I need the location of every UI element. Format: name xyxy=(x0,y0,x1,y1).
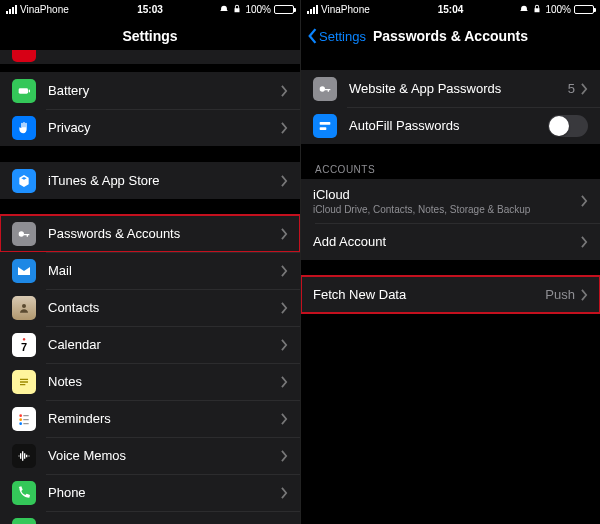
cell-privacy[interactable]: Privacy xyxy=(0,109,300,146)
battery-pct: 100% xyxy=(545,4,571,15)
chevron-right-icon xyxy=(581,195,588,207)
chevron-right-icon xyxy=(281,122,288,134)
label: Website & App Passwords xyxy=(349,81,568,96)
label: Calendar xyxy=(48,337,281,352)
label: Phone xyxy=(48,485,281,500)
lock-icon xyxy=(232,4,242,14)
fetch-value: Push xyxy=(545,287,575,302)
signal-icon xyxy=(6,5,17,14)
calendar-icon: ●7 xyxy=(12,333,36,357)
back-button[interactable]: Settings xyxy=(307,28,366,44)
group-accounts-apps: Passwords & Accounts Mail Contacts ●7 Ca… xyxy=(0,215,300,524)
hand-icon xyxy=(12,116,36,140)
key-icon xyxy=(12,222,36,246)
key-icon xyxy=(313,77,337,101)
status-bar: VinaPhone 15:03 100% xyxy=(0,0,300,18)
sublabel: iCloud Drive, Contacts, Notes, Storage &… xyxy=(313,204,581,215)
signal-icon xyxy=(307,5,318,14)
left-screen: VinaPhone 15:03 100% Settings Battery xyxy=(0,0,300,524)
label: Voice Memos xyxy=(48,448,281,463)
autofill-icon xyxy=(313,114,337,138)
chevron-right-icon xyxy=(281,228,288,240)
svg-rect-0 xyxy=(19,88,28,93)
cell-general-partial[interactable] xyxy=(0,50,300,64)
mail-icon xyxy=(12,259,36,283)
label: Fetch New Data xyxy=(313,287,545,302)
notes-icon xyxy=(12,370,36,394)
label: Add Account xyxy=(313,234,581,249)
count: 5 xyxy=(568,81,575,96)
battery-icon xyxy=(574,5,594,14)
chevron-right-icon xyxy=(281,487,288,499)
label: iCloud xyxy=(313,187,581,202)
cell-battery[interactable]: Battery xyxy=(0,72,300,109)
cell-phone[interactable]: Phone xyxy=(0,474,300,511)
group-fetch: Fetch New Data Push xyxy=(301,276,600,313)
carrier-label: VinaPhone xyxy=(20,4,69,15)
cell-reminders[interactable]: Reminders xyxy=(0,400,300,437)
page-title: Settings xyxy=(122,28,177,44)
svg-rect-1 xyxy=(29,89,30,92)
chevron-right-icon xyxy=(581,236,588,248)
status-time: 15:03 xyxy=(137,4,163,15)
status-bar: VinaPhone 15:04 100% xyxy=(301,0,600,18)
label: Privacy xyxy=(48,120,281,135)
svg-point-5 xyxy=(19,418,22,421)
cell-autofill-passwords[interactable]: AutoFill Passwords xyxy=(301,107,600,144)
nav-bar: Settings Passwords & Accounts xyxy=(301,18,600,54)
group-itunes: iTunes & App Store xyxy=(0,162,300,199)
cell-voice-memos[interactable]: Voice Memos xyxy=(0,437,300,474)
label: iTunes & App Store xyxy=(48,173,281,188)
chevron-right-icon xyxy=(281,85,288,97)
svg-point-4 xyxy=(19,414,22,417)
cell-contacts[interactable]: Contacts xyxy=(0,289,300,326)
svg-point-8 xyxy=(320,86,325,91)
group-accounts: ACCOUNTS iCloud iCloud Drive, Contacts, … xyxy=(301,160,600,260)
cell-fetch-new-data[interactable]: Fetch New Data Push xyxy=(301,276,600,313)
group-passwords: Website & App Passwords 5 AutoFill Passw… xyxy=(301,70,600,144)
messages-icon xyxy=(12,518,36,525)
chevron-right-icon xyxy=(281,413,288,425)
label: Battery xyxy=(48,83,281,98)
nav-bar: Settings xyxy=(0,18,300,54)
svg-point-6 xyxy=(19,422,22,425)
cell-add-account[interactable]: Add Account xyxy=(301,223,600,260)
chevron-right-icon xyxy=(281,265,288,277)
chevron-right-icon xyxy=(581,83,588,95)
chevron-right-icon xyxy=(281,302,288,314)
label: AutoFill Passwords xyxy=(349,118,548,133)
cell-icloud[interactable]: iCloud iCloud Drive, Contacts, Notes, St… xyxy=(301,179,600,223)
group-battery-privacy: Battery Privacy xyxy=(0,72,300,146)
label: Mail xyxy=(48,263,281,278)
accounts-header: ACCOUNTS xyxy=(301,160,600,179)
svg-rect-10 xyxy=(320,127,327,130)
general-icon xyxy=(12,50,36,62)
chevron-right-icon xyxy=(281,450,288,462)
cell-notes[interactable]: Notes xyxy=(0,363,300,400)
chevron-right-icon xyxy=(281,376,288,388)
alarm-icon xyxy=(219,4,229,14)
chevron-right-icon xyxy=(281,339,288,351)
svg-point-2 xyxy=(19,231,24,236)
reminders-icon xyxy=(12,407,36,431)
cell-website-app-passwords[interactable]: Website & App Passwords 5 xyxy=(301,70,600,107)
battery-icon xyxy=(12,79,36,103)
svg-point-3 xyxy=(22,304,26,308)
cell-mail[interactable]: Mail xyxy=(0,252,300,289)
cell-passwords-accounts[interactable]: Passwords & Accounts xyxy=(0,215,300,252)
label: Reminders xyxy=(48,411,281,426)
cell-itunes[interactable]: iTunes & App Store xyxy=(0,162,300,199)
phone-icon xyxy=(12,481,36,505)
chevron-right-icon xyxy=(581,289,588,301)
autofill-switch[interactable] xyxy=(548,115,588,137)
battery-icon xyxy=(274,5,294,14)
back-label: Settings xyxy=(319,29,366,44)
status-time: 15:04 xyxy=(438,4,464,15)
cell-calendar[interactable]: ●7 Calendar xyxy=(0,326,300,363)
lock-icon xyxy=(532,4,542,14)
label: Passwords & Accounts xyxy=(48,226,281,241)
cell-messages[interactable]: Messages xyxy=(0,511,300,524)
waveform-icon xyxy=(12,444,36,468)
chevron-right-icon xyxy=(281,175,288,187)
right-screen: VinaPhone 15:04 100% Settings Passwords … xyxy=(300,0,600,524)
